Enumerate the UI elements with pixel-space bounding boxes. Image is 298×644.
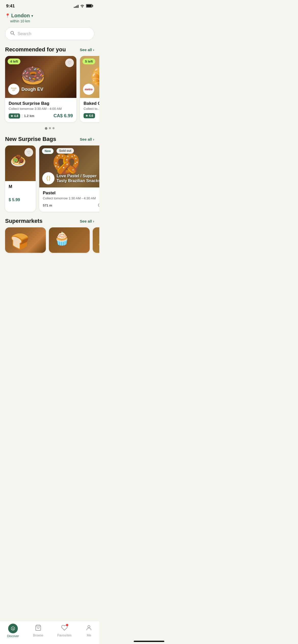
star-icon-1: ★: [10, 114, 13, 118]
supermarket-card-1[interactable]: [5, 227, 46, 253]
search-icon: [10, 31, 15, 37]
new-bag-card-1[interactable]: New Sold out ♡ ⟨⟩ Love Pastel / Supper T…: [39, 145, 99, 212]
chevron-logo-icon: ⟨⟩: [46, 175, 51, 181]
metro-logo: metro: [83, 84, 94, 95]
price-pastel: CA$ 4.99: [98, 203, 99, 208]
supermarkets-see-all[interactable]: See all ›: [80, 219, 94, 223]
price-1: CA$ 6.99: [53, 113, 73, 119]
card-collect-pastel: Collect tomorrow 1:30 AM - 4:30 AM: [43, 196, 99, 200]
badge-new-1: New: [42, 148, 54, 154]
rating-badge-2: ★ 4.6: [84, 113, 95, 118]
search-container: Search: [0, 24, 99, 44]
store-logo-1: DoughEV Dough EV: [8, 84, 43, 95]
supermarket-img-1: [5, 227, 46, 253]
location-radius: within 10 km: [10, 19, 94, 23]
card-title-2: Baked G...: [84, 101, 99, 106]
rating-badge-1: ★ 4.8: [9, 113, 20, 119]
recommended-scroll: 4 left ♡ DoughEV Dough EV Donut Surprise…: [0, 56, 99, 126]
supermarket-card-3[interactable]: 🥖: [93, 227, 99, 253]
supermarkets-section-header: Supermarkets See all ›: [0, 216, 99, 227]
status-bar: 9:41: [0, 0, 99, 11]
new-bag-card-partial[interactable]: ♡ M $ 5.99: [5, 145, 36, 212]
partial-card-title: M: [9, 184, 32, 189]
partial-card-footer: $ 5.99: [9, 198, 32, 202]
recommended-card-1[interactable]: 4 left ♡ DoughEV Dough EV Donut Surprise…: [5, 56, 76, 122]
card-title-1: Donut Surprise Bag: [9, 101, 73, 106]
card-footer-1: ★ 4.8 | 1.2 km CA$ 6.99: [9, 113, 73, 119]
location-city: London: [11, 13, 30, 19]
card-collect-1: Collect tomorrow 3:30 AM - 4:00 AM: [9, 107, 73, 111]
dot-1: [45, 127, 47, 130]
partial-card-body: M $ 5.99: [5, 181, 36, 206]
recommended-title: Recommended for you: [5, 46, 66, 53]
signal-icon: [74, 4, 78, 8]
svg-point-3: [11, 31, 13, 34]
favourite-btn-partial[interactable]: ♡: [24, 148, 33, 157]
favourite-btn-1[interactable]: ♡: [65, 58, 74, 67]
dough-ev-logo: DoughEV: [8, 84, 19, 95]
status-icons: [74, 4, 93, 8]
card-footer-2: ★ 4.6: [84, 113, 99, 118]
search-bar[interactable]: Search: [5, 27, 94, 40]
recommended-card-2[interactable]: 5 left ♡ metro Baked G... Collect to... …: [80, 56, 99, 122]
card-image-dough-ev: 4 left ♡ DoughEV Dough EV: [5, 56, 76, 98]
distance-pastel: 571 m: [43, 203, 52, 207]
card-image-metro: 5 left ♡ metro: [80, 56, 99, 98]
new-bags-section-header: New Surprise Bags See all ›: [0, 134, 99, 145]
store-name-pastel: Love Pastel / Supper Tasty Brazilian Sna…: [57, 173, 99, 183]
location-row[interactable]: 📍 London ▾: [5, 13, 94, 19]
love-pastel-logo: ⟨⟩: [42, 172, 55, 184]
star-icon-2: ★: [85, 114, 88, 118]
dot-2: [49, 127, 51, 129]
wifi-icon: [80, 4, 85, 8]
store-logo-2: metro: [83, 84, 94, 95]
battery-icon: [86, 4, 93, 8]
card-body-pastel: Pastel Collect tomorrow 1:30 AM - 4:30 A…: [39, 187, 99, 212]
badge-left-2: 5 left: [83, 58, 95, 64]
badge-sold-out-1: Sold out: [57, 148, 74, 154]
partial-price: $ 5.99: [9, 198, 20, 202]
rating-value-1: 4.8: [14, 114, 18, 118]
distance-1: 1.2 km: [24, 114, 34, 118]
card-title-pastel: Pastel: [43, 191, 99, 196]
status-time: 9:41: [6, 4, 15, 9]
search-placeholder: Search: [18, 31, 31, 36]
svg-line-4: [13, 34, 15, 35]
supermarket-img-3: 🥖: [93, 227, 99, 253]
supermarket-card-2[interactable]: 🧁: [49, 227, 90, 253]
card-body-2: Baked G... Collect to... ★ 4.6: [80, 98, 99, 122]
supermarkets-title: Supermarkets: [5, 218, 43, 224]
rating-row-2: ★ 4.6: [84, 113, 95, 118]
location-pin-icon: 📍: [5, 13, 10, 18]
card-collect-2: Collect to...: [84, 107, 99, 111]
recommended-section-header: Recommended for you See all ›: [0, 44, 99, 56]
new-bags-scroll: ♡ M $ 5.99 New Sold out ♡ ⟨⟩ Love Pastel…: [0, 145, 99, 216]
store-name-1: Dough EV: [21, 87, 43, 92]
rating-row-1: ★ 4.8 | 1.2 km: [9, 113, 34, 119]
new-bags-title: New Surprise Bags: [5, 136, 56, 142]
supermarkets-scroll: 🧁 🥖 🍞: [0, 227, 99, 278]
rating-value-2: 4.6: [89, 114, 93, 118]
pagination-dots: [0, 126, 99, 134]
svg-rect-2: [92, 5, 93, 7]
partial-card-image: ♡: [5, 145, 36, 181]
supermarket-img-2: 🧁: [49, 227, 90, 253]
recommended-see-all[interactable]: See all ›: [80, 48, 94, 52]
new-bags-see-all[interactable]: See all ›: [80, 137, 94, 141]
card-footer-pastel: 571 m CA$ 4.99: [43, 203, 99, 208]
svg-rect-1: [87, 5, 92, 7]
location-chevron-icon: ▾: [31, 14, 33, 18]
store-logo-pastel: ⟨⟩ Love Pastel / Supper Tasty Brazilian …: [42, 172, 99, 184]
location-header: 📍 London ▾ within 10 km: [0, 11, 99, 24]
card-image-pastel: New Sold out ♡ ⟨⟩ Love Pastel / Supper T…: [39, 145, 99, 187]
dot-3: [52, 127, 55, 129]
card-body-1: Donut Surprise Bag Collect tomorrow 3:30…: [5, 98, 76, 122]
badge-left-1: 4 left: [8, 58, 20, 64]
